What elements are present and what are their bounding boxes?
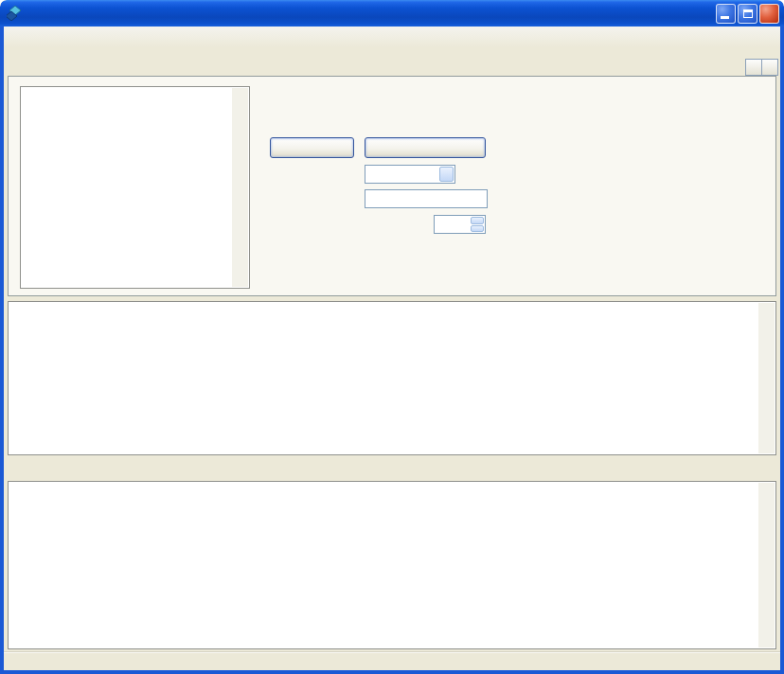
tab-scroll-left-button [745, 59, 762, 76]
menu-help[interactable] [24, 35, 35, 39]
main-tab-bar [8, 56, 737, 76]
delete-button[interactable] [365, 137, 486, 158]
status-bar [4, 651, 780, 670]
maximal-residuum-input[interactable] [365, 189, 488, 208]
combine-corrections-panel [8, 76, 776, 296]
streams-scrollbar[interactable] [758, 303, 775, 453]
tab-scroll-right-button[interactable] [761, 59, 778, 76]
close-button[interactable] [759, 4, 779, 24]
log-text [9, 482, 758, 648]
menu-file[interactable] [9, 35, 20, 39]
combine-table-scrollbar[interactable] [232, 88, 248, 287]
sampling-value [435, 216, 471, 233]
spin-buttons [471, 217, 484, 232]
combo-dropdown-icon[interactable] [439, 167, 454, 182]
log-output [8, 481, 776, 649]
window-body [0, 27, 784, 674]
sampling-spinbox[interactable] [434, 215, 486, 234]
minimize-button[interactable] [716, 4, 736, 24]
log-scrollbar[interactable] [758, 483, 775, 647]
streams-table [8, 301, 776, 455]
bnc-window [0, 0, 784, 674]
spin-up-icon[interactable] [471, 217, 484, 224]
spin-down-icon[interactable] [471, 225, 484, 233]
title-bar[interactable] [0, 0, 784, 27]
combine-streams-table [20, 86, 250, 289]
tab-scrollers [745, 59, 778, 76]
add-row-button[interactable] [270, 137, 354, 158]
window-controls [716, 4, 779, 24]
maximize-icon [743, 9, 753, 18]
menu-bar [4, 27, 780, 47]
app-icon [7, 6, 22, 21]
minimize-icon [721, 16, 729, 19]
maximize-button[interactable] [738, 4, 757, 24]
method-combobox[interactable] [365, 165, 455, 184]
